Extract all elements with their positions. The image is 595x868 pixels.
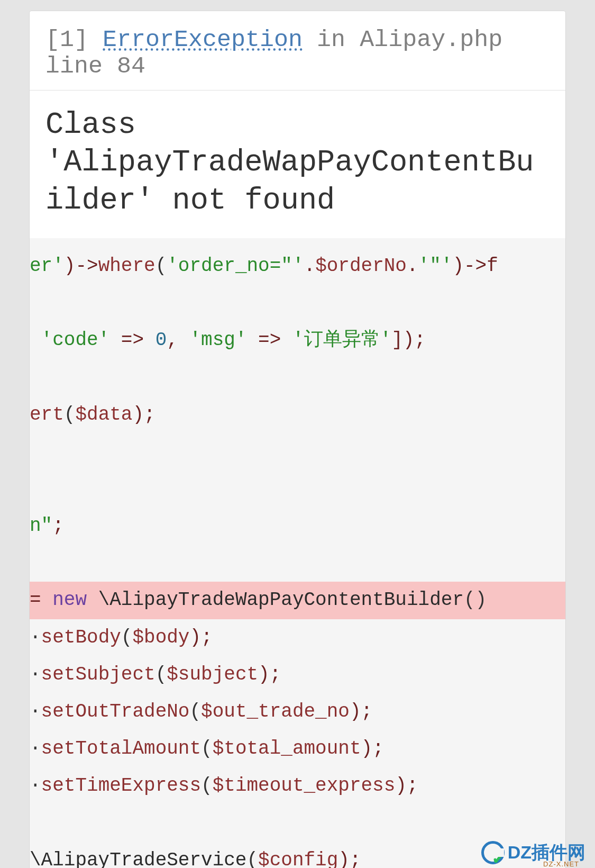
code-line-blank <box>30 805 565 842</box>
error-panel: [1] ErrorException in Alipay.php line 84… <box>29 11 566 868</box>
watermark-sub: DZ-X.NET <box>543 860 579 868</box>
code-line: ·setSubject($subject); <box>30 656 565 693</box>
error-code: [1] <box>45 26 88 53</box>
watermark-logo-icon: ✔ <box>481 841 505 864</box>
code-line: 'code' => 0, 'msg' => '订单异常']); <box>30 322 565 359</box>
code-line-blank <box>30 285 565 322</box>
code-line-blank <box>30 545 565 582</box>
code-line-highlight: = new \AlipayTradeWapPayContentBuilder() <box>30 582 565 619</box>
code-line: ·setTotalAmount($total_amount); <box>30 730 565 767</box>
error-header: [1] ErrorException in Alipay.php line 84 <box>30 11 565 91</box>
code-line-blank <box>30 433 565 471</box>
code-line-blank <box>30 471 565 508</box>
error-type-link[interactable]: ErrorException <box>103 26 303 53</box>
code-line: ert($data); <box>30 396 565 433</box>
code-line: ·setTimeExpress($timeout_express); <box>30 767 565 804</box>
code-line-blank <box>30 359 565 396</box>
check-icon: ✔ <box>492 852 503 863</box>
code-line: ·setOutTradeNo($out_trade_no); <box>30 693 565 730</box>
code-block: er')->where('order_no="'.$orderNo.'"')->… <box>30 238 565 868</box>
code-line: er')->where('order_no="'.$orderNo.'"')->… <box>30 248 565 285</box>
error-title-line: [1] ErrorException in Alipay.php line 84 <box>45 27 550 79</box>
in-word: in <box>317 26 345 53</box>
error-message: Class 'AlipayTradeWapPayContentBuilder' … <box>30 91 565 238</box>
code-line: n"; <box>30 508 565 545</box>
code-line: ·setBody($body); <box>30 619 565 656</box>
